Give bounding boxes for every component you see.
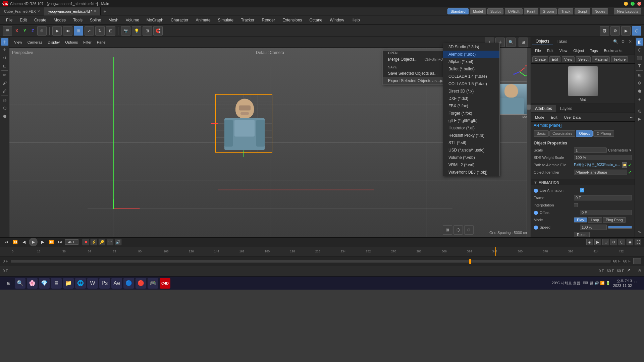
viewport-options-menu[interactable]: Options (63, 40, 80, 45)
export-stl[interactable]: STL (*.stl) (443, 139, 499, 146)
new-layouts-button[interactable]: New Layouts (614, 8, 641, 14)
toolbar-scale[interactable]: ⊡ (106, 26, 115, 36)
export-illustrator[interactable]: Illustrator (*.ai) (443, 124, 499, 132)
toolbar-render-settings[interactable]: ⚙ (610, 26, 620, 36)
tl-keys-only[interactable]: ◆ (627, 239, 633, 245)
toolbar-select-obj[interactable]: ⊞ (74, 26, 83, 36)
menu-render[interactable]: Render (259, 17, 278, 23)
menu-tools[interactable]: Tools (70, 17, 86, 23)
menu-animate[interactable]: Animate (193, 17, 214, 23)
mode-btn-play[interactable]: Play (574, 217, 587, 223)
toolbar-snap[interactable]: 🧲 (153, 26, 163, 36)
menu-window[interactable]: Window (326, 17, 347, 23)
sidebar-rotate[interactable]: ↺ (1, 54, 8, 62)
start-frame-label[interactable]: 0 F (3, 259, 8, 263)
taskbar-widget1[interactable]: 🌸 (27, 278, 38, 289)
ctx-merge-objects[interactable]: Merge Objects... Ctrl+Shift+O (383, 56, 448, 63)
prop-tab-coords[interactable]: Coordinates (549, 130, 575, 137)
export-3ds[interactable]: 3D Studio (*.3ds) (443, 43, 499, 51)
menu-volume[interactable]: Volume (122, 17, 143, 23)
toolbar-grid[interactable]: ⊞ (143, 26, 152, 36)
panel-settings-icon[interactable]: ⚙ (620, 39, 626, 45)
ri-text[interactable]: T (636, 62, 643, 70)
objects-texture[interactable]: Texture (611, 56, 628, 62)
sidebar-scale[interactable]: ⊡ (1, 62, 8, 70)
prop-speed-value[interactable]: 100 % (580, 225, 607, 230)
layout-track[interactable]: Track (558, 8, 573, 14)
viewport-filter-menu[interactable]: Filter (81, 40, 93, 45)
attr-user-data[interactable]: User Data (561, 115, 584, 120)
layout-groom[interactable]: Groom (540, 8, 557, 14)
ri-cube[interactable]: ⬛ (636, 54, 643, 62)
export-volume[interactable]: Volume (*.vdb) (443, 154, 499, 161)
menu-extensions[interactable]: Extensions (279, 17, 306, 23)
vp-icon2[interactable]: ⬡ (453, 225, 463, 235)
ri-effector[interactable]: ⚙ (636, 79, 643, 87)
ri-field[interactable]: ◈ (636, 96, 643, 103)
objects-view[interactable]: View (562, 56, 575, 62)
menu-simulate[interactable]: Simulate (215, 17, 237, 23)
tl-sound[interactable]: 🔊 (115, 239, 121, 245)
tl-last-frame[interactable]: ⏭ (56, 238, 64, 246)
mode-btn-loop[interactable]: Loop (588, 217, 602, 223)
attr-tab-layers[interactable]: Layers (556, 105, 576, 112)
export-direct3d[interactable]: Direct 3D (*.x) (443, 87, 499, 95)
tab-c4d[interactable]: yoogwansoon_embic.c4d * ✕ (44, 7, 101, 15)
prop-use-anim-check[interactable]: ✓ (580, 188, 584, 192)
ri-deformer[interactable]: ⬟ (636, 87, 643, 95)
viewport-view-menu[interactable]: View (12, 40, 24, 45)
ctx-export-selected[interactable]: Export Selected Objects as... ▶ (383, 77, 448, 84)
layout-nodes[interactable]: Nodes (592, 8, 608, 14)
scrubber-playhead[interactable] (469, 259, 471, 264)
tl-prev-frame[interactable]: ⏪ (11, 238, 19, 246)
expand-timeline-btn[interactable] (633, 258, 641, 264)
taskbar-ae[interactable]: Ae (111, 278, 122, 289)
close-button[interactable]: ✕ (637, 2, 641, 6)
ftab-object[interactable]: Object (571, 48, 587, 53)
export-usd[interactable]: USD (*.usda/*.usdc) (443, 146, 499, 154)
tab-fbx-close[interactable]: ✕ (37, 9, 40, 13)
minimize-button[interactable]: − (624, 2, 628, 6)
export-gltf[interactable]: glTF (*.gltf/*.glb) (443, 117, 499, 124)
maximize-button[interactable]: □ (631, 2, 635, 6)
animation-section-header[interactable]: ▼ ANIMATION (531, 179, 635, 185)
sidebar-sculpt[interactable]: ◎ (1, 97, 8, 104)
layout-paint[interactable]: Paint (524, 8, 538, 14)
panel-search-icon[interactable]: 🔍 (612, 39, 619, 45)
taskbar-photoshop[interactable]: Ps (99, 278, 110, 289)
tl-fullscreen[interactable]: ⛶ (635, 239, 641, 245)
export-forger[interactable]: Forger (*.fpk) (443, 110, 499, 117)
layout-script[interactable]: Script (575, 8, 590, 14)
taskbar-widget2[interactable]: 💎 (39, 278, 50, 289)
export-abc[interactable]: Alembic (*.abc) (443, 51, 499, 58)
mode-btn-pingpong[interactable]: Ping Pong (603, 217, 626, 223)
vp-icon3[interactable]: ⊙ (464, 225, 474, 235)
tl-frame-input[interactable]: 46 F (65, 239, 78, 245)
objects-create[interactable]: Create (532, 56, 548, 62)
ri-material[interactable]: ◎ (636, 107, 643, 115)
viewport-cameras-menu[interactable]: Cameras (25, 40, 45, 45)
export-dxf[interactable]: DXF (*.dxf) (443, 95, 499, 102)
taskbar-browser[interactable]: 🌐 (75, 278, 86, 289)
attr-back-btn[interactable]: ← (629, 115, 633, 120)
toolbar-prev-frame[interactable]: ⏮ (63, 26, 72, 36)
objects-select[interactable]: Select (576, 56, 591, 62)
prop-scale-dropdown[interactable]: ▼ (629, 148, 632, 152)
axis-x-btn[interactable]: X (13, 28, 20, 34)
layout-standard[interactable]: Standard (447, 8, 469, 14)
sidebar-paint[interactable]: 🖊 (1, 87, 8, 95)
export-fbx[interactable]: FBX (*.fbx) (443, 102, 499, 110)
taskbar-app2[interactable]: 🔴 (136, 278, 146, 289)
taskbar-search[interactable]: 🔍 (15, 278, 25, 289)
tab-fbx[interactable]: Cube_Frame5.FBX ✕ (0, 7, 44, 15)
prop-path-value[interactable]: F:\목업기념론_2023#main_cubeWpicture_an (574, 163, 621, 167)
tab-objects[interactable]: Objects (532, 38, 553, 45)
main-scrubber[interactable] (11, 260, 610, 262)
ftab-bookmarks[interactable]: Bookmarks (601, 48, 625, 53)
tl-prev-key[interactable]: ◀ (20, 238, 28, 246)
toolbar-move[interactable]: ⤢ (85, 26, 94, 36)
ri-objects[interactable]: ⬡ (636, 46, 643, 54)
prop-tab-object[interactable]: Object (576, 130, 593, 137)
tl-record[interactable]: ⏺ (83, 239, 89, 245)
menu-file[interactable]: File (3, 17, 16, 23)
